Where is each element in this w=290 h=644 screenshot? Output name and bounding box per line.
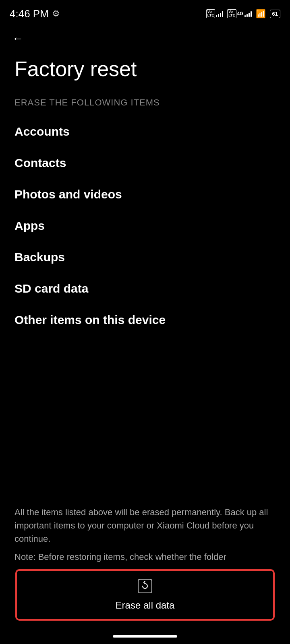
erase-all-data-button[interactable]: Erase all data (16, 570, 274, 620)
volte-group-1: VoLTE (206, 9, 223, 18)
status-time: 4:46 PM (10, 8, 49, 20)
list-item-photos-videos: Photos and videos (0, 179, 290, 210)
status-icons: VoLTE VoLTE 4G 📶 61 (206, 9, 280, 19)
list-item-accounts: Accounts (0, 116, 290, 147)
wifi-icon: 📶 (256, 9, 266, 19)
erase-button-label: Erase all data (116, 600, 175, 611)
status-bar: 4:46 PM ⚙ VoLTE VoLTE 4G 📶 61 (0, 0, 290, 24)
erase-button-container: Erase all data (0, 570, 290, 620)
list-item-apps: Apps (0, 210, 290, 242)
list-item-other-items: Other items on this device (0, 304, 290, 336)
4g-badge: 4G (237, 11, 244, 17)
erase-icon (138, 579, 152, 597)
signal-bars-2 (244, 10, 252, 17)
list-item-backups: Backups (0, 242, 290, 273)
back-arrow-icon: ← (12, 32, 23, 45)
section-label: ERASE THE FOLLOWING ITEMS (0, 85, 290, 112)
warning-section: All the items listed above will be erase… (0, 497, 290, 572)
signal-bars-1 (216, 10, 223, 17)
volte-badge-2: VoLTE (227, 9, 236, 18)
warning-note: Note: Before restoring items, check whet… (14, 550, 276, 564)
back-button[interactable]: ← (0, 24, 290, 49)
home-indicator (113, 635, 177, 638)
erase-items-list: Accounts Contacts Photos and videos Apps… (0, 112, 290, 340)
page-title: Factory reset (0, 49, 290, 85)
volte-badge-1: VoLTE (206, 9, 215, 18)
warning-text: All the items listed above will be erase… (14, 506, 276, 545)
battery-level: 61 (272, 11, 278, 17)
status-time-group: 4:46 PM ⚙ (10, 8, 60, 20)
list-item-sd-card: SD card data (0, 273, 290, 304)
list-item-contacts: Contacts (0, 147, 290, 179)
gear-icon: ⚙ (52, 8, 60, 19)
volte-group-2: VoLTE 4G (227, 9, 251, 18)
battery-icon: 61 (270, 10, 280, 18)
